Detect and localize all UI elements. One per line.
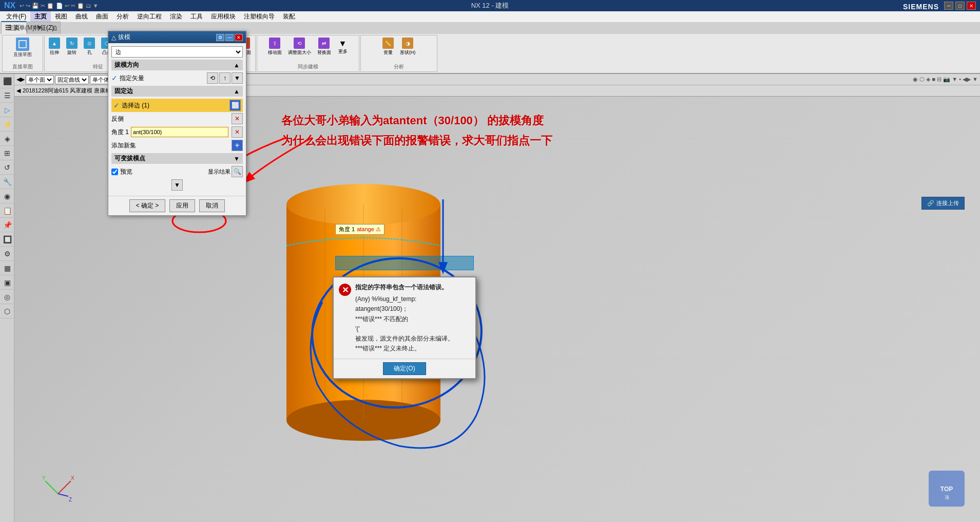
ribbon-btn-revolve[interactable]: ↻ 旋转 <box>64 36 80 57</box>
preview-row: 预览 显示结果 🔍 <box>111 166 243 177</box>
svg-text:Z: Z <box>69 497 72 501</box>
annotation-line2: 为什么会出现错误下面的报警错误，求大哥们指点一下 <box>281 132 954 149</box>
ribbon-btn-more2[interactable]: ▼ 更多 <box>335 36 351 57</box>
check-icon: ✓ <box>111 74 118 82</box>
error-ok-button[interactable]: 确定(O) <box>383 362 426 375</box>
left-icon-15[interactable]: ◎ <box>0 290 14 304</box>
ribbon-btn-measure[interactable]: 📏 资量 <box>380 36 396 57</box>
draft-direction-section[interactable]: 拔模方向 ▲ <box>111 60 243 70</box>
annotation-overlay: 各位大哥小弟输入为atantent（30/100） 的拔模角度 为什么会出现错误… <box>281 112 954 149</box>
nav-cube[interactable]: TOP 顶 <box>924 465 970 512</box>
ribbon-btn-hole[interactable]: ⊙ 孔 <box>82 36 97 57</box>
confirm-button[interactable]: < 确定 > <box>129 199 166 212</box>
tb-icon1: ◀▶ <box>16 76 25 83</box>
tb-right-icons: ◉ ⬡ ◈ ■ ⊟ 📷 ▼ • ◀▶ ▼ <box>913 76 978 83</box>
menu-home[interactable]: 主页 <box>30 11 51 22</box>
left-icon-0[interactable]: ⬛ <box>0 74 14 88</box>
ribbon-btn-shape[interactable]: ◑ 形状(H) <box>398 36 418 57</box>
type-dropdown[interactable]: 边 <box>111 46 243 58</box>
left-icon-3[interactable]: ⚡ <box>0 117 14 132</box>
ribbon-btn-replace[interactable]: ⇄ 替换面 <box>315 36 333 57</box>
show-result-btn[interactable]: 🔍 <box>232 166 243 177</box>
preview-checkbox[interactable] <box>111 169 118 175</box>
error-content: ✕ 指定的字符串包含一个语法错误。 (Any) %%ug_kf_temp: at… <box>334 277 475 359</box>
menu-apps[interactable]: 应用模块 <box>207 11 240 22</box>
breadcrumb: 20181228阿迪615 风罩建模 唐康林... <box>23 87 116 95</box>
left-icon-14[interactable]: ▣ <box>0 275 14 290</box>
expand-btn[interactable]: ▼ <box>171 179 183 191</box>
ribbon-btn-sketch[interactable]: 直接草图 <box>11 36 34 59</box>
angle-input[interactable] <box>131 127 228 137</box>
minimize-button[interactable]: ─ <box>944 2 953 10</box>
menu-curve[interactable]: 曲线 <box>71 11 92 22</box>
selected-edge-label: 选择边 (1) <box>122 101 149 110</box>
menu-file[interactable]: 文件(F) <box>2 11 30 22</box>
apply-button[interactable]: 应用 <box>169 199 195 212</box>
dialog-titlebar: △ 拔模 ⚙ — ✕ <box>108 31 246 43</box>
dialog-title: 拔模 <box>118 33 130 42</box>
left-icon-9[interactable]: 📋 <box>0 203 14 218</box>
menu-assembly[interactable]: 装配 <box>279 11 299 22</box>
connect-label: 连接上传 <box>936 199 959 207</box>
face-select[interactable]: 单个面 <box>26 75 54 84</box>
ribbon-btn-move-face[interactable]: ⇧ 移动面 <box>266 36 284 57</box>
angle-delete-btn[interactable]: ✕ <box>232 126 243 138</box>
close-button[interactable]: ✕ <box>967 2 976 10</box>
menu-mold[interactable]: 注塑模向导 <box>240 11 279 22</box>
dialog-titlebar-icons[interactable]: ⚙ — ✕ <box>216 34 243 41</box>
error-line6: ***错误*** 定义未终止。 <box>355 344 470 353</box>
error-line4: '(' <box>355 324 470 334</box>
left-icon-7[interactable]: 🔧 <box>0 175 14 189</box>
titlebar-right[interactable]: ─ □ ✕ <box>944 2 976 10</box>
add-new-set-row: 添加新集 + <box>111 140 243 151</box>
left-icon-1[interactable]: ☰ <box>0 88 14 103</box>
cancel-button[interactable]: 取消 <box>199 199 225 212</box>
reverse-delete-btn[interactable]: ✕ <box>232 113 243 124</box>
titlebar-icons: ↩ ↪ 💾 ✂ 📋 📄 ↩ ✂ 📋 🗂 ▼ <box>20 3 98 9</box>
back-btn[interactable]: ◀ <box>16 87 21 94</box>
menu-render[interactable]: 渲染 <box>166 11 186 22</box>
left-icon-16[interactable]: ⬡ <box>0 304 14 319</box>
nx-logo: NX <box>4 1 15 10</box>
axis-indicator: X Y Z <box>40 465 76 501</box>
variable-draft-section[interactable]: 可变拔模点 ▼ <box>111 153 243 164</box>
dialog-settings-icon[interactable]: ⚙ <box>216 34 224 41</box>
select-face-btn[interactable]: ⬜ <box>229 100 241 111</box>
fixed-edge-section[interactable]: 固定边 ▲ <box>111 86 243 97</box>
menu-reverse[interactable]: 逆向工程 <box>133 11 166 22</box>
ribbon-btn-extrude[interactable]: ▲ 拉伸 <box>47 36 62 57</box>
analysis-label: 分析 <box>361 63 437 70</box>
svg-line-9 <box>58 481 71 494</box>
menu-label[interactable]: ☰ 菜单(M) ▼ <box>2 23 46 33</box>
left-sidebar: ⬛ ☰ ▷ ⚡ ◈ ⊞ ↺ 🔧 ◉ 📋 📌 🔲 ⚙ ▦ ▣ ◎ ⬡ <box>0 74 14 522</box>
maximize-button[interactable]: □ <box>955 2 965 10</box>
preview-label: 预览 <box>120 167 132 176</box>
add-set-btn[interactable]: + <box>232 140 243 151</box>
left-icon-4[interactable]: ◈ <box>0 132 14 146</box>
left-icon-2[interactable]: ▷ <box>0 103 14 117</box>
dialog-close-icon[interactable]: ✕ <box>235 34 243 41</box>
angle-form-label: 角度 1 <box>111 128 129 137</box>
menu-surface[interactable]: 曲面 <box>92 11 112 22</box>
left-icon-13[interactable]: ▦ <box>0 261 14 275</box>
selected-edge-row[interactable]: ✓ 选择边 (1) ⬜ <box>111 99 243 112</box>
left-icon-6[interactable]: ↺ <box>0 160 14 175</box>
vector-dropdown-btn[interactable]: ▼ <box>232 72 243 84</box>
menu-analysis[interactable]: 分析 <box>112 11 133 22</box>
dialog-minimize-icon[interactable]: — <box>225 34 234 41</box>
left-icon-5[interactable]: ⊞ <box>0 146 14 160</box>
connect-button[interactable]: 🔗 连接上传 <box>921 197 965 210</box>
draft-direction-label: 拔模方向 <box>114 61 139 69</box>
curve-select[interactable]: 固定曲线 <box>55 75 89 84</box>
left-icon-10[interactable]: 📌 <box>0 218 14 232</box>
draft-dialog[interactable]: △ 拔模 ⚙ — ✕ 边 拔模方向 ▲ ✓ 指定矢量 ⟲ ↑ ▼ <box>108 31 246 216</box>
vector-flip-btn[interactable]: ⟲ <box>207 72 218 84</box>
left-icon-11[interactable]: 🔲 <box>0 232 14 247</box>
error-dialog[interactable]: ✕ 指定的字符串包含一个语法错误。 (Any) %%ug_kf_temp: at… <box>333 276 476 379</box>
menu-tools[interactable]: 工具 <box>186 11 207 22</box>
vector-up-btn[interactable]: ↑ <box>219 72 230 84</box>
menu-view[interactable]: 视图 <box>51 11 71 22</box>
left-icon-8[interactable]: ◉ <box>0 189 14 203</box>
left-icon-12[interactable]: ⚙ <box>0 247 14 261</box>
ribbon-btn-resize[interactable]: ⟲ 调整面大小 <box>286 36 313 57</box>
